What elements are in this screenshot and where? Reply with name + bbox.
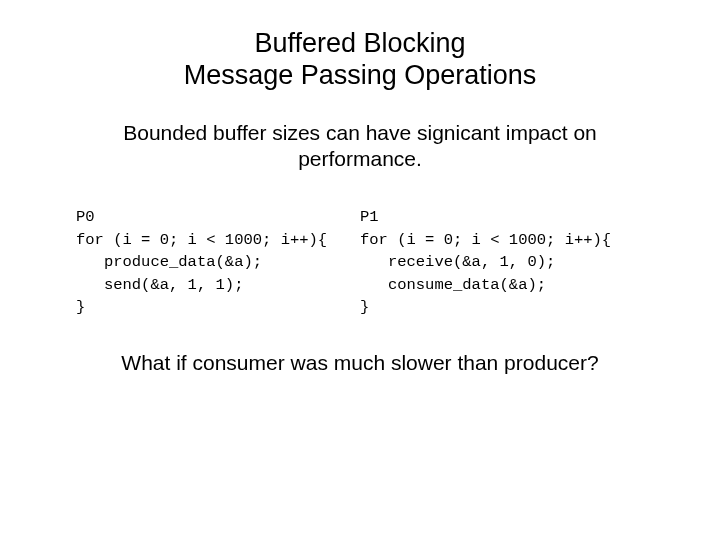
code-column-p0: P0 for (i = 0; i < 1000; i++){ produce_d…	[76, 206, 360, 318]
p0-line-3: send(&a, 1, 1);	[76, 276, 243, 294]
p0-line-1: for (i = 0; i < 1000; i++){	[76, 231, 327, 249]
slide-subtitle: Bounded buffer sizes can have signicant …	[80, 120, 640, 173]
p1-line-3: consume_data(&a);	[360, 276, 546, 294]
p0-line-4: }	[76, 298, 85, 316]
title-line-1: Buffered Blocking	[254, 28, 465, 58]
slide: Buffered Blocking Message Passing Operat…	[0, 0, 720, 540]
p1-line-1: for (i = 0; i < 1000; i++){	[360, 231, 611, 249]
code-column-p1: P1 for (i = 0; i < 1000; i++){ receive(&…	[360, 206, 611, 318]
code-block: P0 for (i = 0; i < 1000; i++){ produce_d…	[0, 206, 720, 318]
p1-line-2: receive(&a, 1, 0);	[360, 253, 555, 271]
p1-label: P1	[360, 208, 379, 226]
title-line-2: Message Passing Operations	[184, 60, 537, 90]
p0-line-2: produce_data(&a);	[76, 253, 262, 271]
p0-label: P0	[76, 208, 95, 226]
p1-line-4: }	[360, 298, 369, 316]
slide-title: Buffered Blocking Message Passing Operat…	[0, 28, 720, 92]
slide-question: What if consumer was much slower than pr…	[40, 351, 680, 375]
